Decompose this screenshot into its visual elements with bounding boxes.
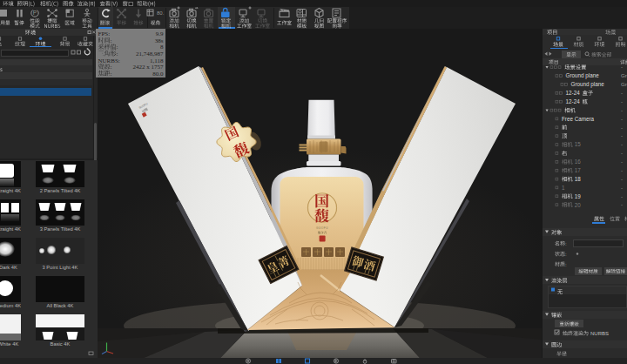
svg-text:P: P xyxy=(33,10,37,16)
svg-text:-: - xyxy=(621,142,623,147)
svg-text::: : xyxy=(565,241,567,246)
svg-text:-: - xyxy=(621,202,623,207)
svg-text:Ground plane: Ground plane xyxy=(566,72,600,79)
svg-text::: : xyxy=(565,252,567,257)
svg-text:Grou: Grou xyxy=(621,82,627,87)
svg-text:12-24: 12-24 xyxy=(566,90,581,96)
svg-text:-: - xyxy=(621,117,623,122)
svg-text::: : xyxy=(565,262,567,267)
svg-text:17: 17 xyxy=(575,167,582,173)
svg-text:-: - xyxy=(621,159,623,165)
svg-text:80.0: 80.0 xyxy=(152,71,164,78)
svg-text:1: 1 xyxy=(562,185,565,191)
svg-text:-: - xyxy=(621,125,623,131)
svg-text:18: 18 xyxy=(575,176,582,182)
svg-text:80.: 80. xyxy=(157,10,165,16)
svg-text:-: - xyxy=(621,194,623,199)
svg-text:-: - xyxy=(621,108,623,113)
svg-text:15: 15 xyxy=(575,141,582,147)
svg-text:Free Camera: Free Camera xyxy=(562,116,595,122)
svg-text:-: - xyxy=(621,151,623,156)
svg-text:20: 20 xyxy=(575,202,582,208)
svg-text:NURBS:: NURBS: xyxy=(98,57,120,64)
svg-text:-: - xyxy=(621,91,623,96)
svg-text:FPS:: FPS: xyxy=(98,30,111,37)
svg-text::: : xyxy=(111,71,112,78)
svg-text:-: - xyxy=(621,99,623,104)
svg-text:-: - xyxy=(621,185,623,191)
svg-text:-: - xyxy=(621,64,623,70)
svg-text:12-24: 12-24 xyxy=(566,98,581,104)
svg-text:Ground plane: Ground plane xyxy=(571,81,605,88)
svg-text:NURBS: NURBS xyxy=(590,331,609,336)
svg-text:16: 16 xyxy=(575,158,582,165)
svg-text::: : xyxy=(111,37,112,44)
svg-text:-: - xyxy=(621,168,623,173)
svg-text:Grou: Grou xyxy=(621,73,627,78)
svg-text:-: - xyxy=(621,177,623,182)
svg-text:19: 19 xyxy=(575,193,582,199)
svg-text:-: - xyxy=(621,133,623,138)
svg-text:GUOFU: GUOFU xyxy=(316,226,328,230)
